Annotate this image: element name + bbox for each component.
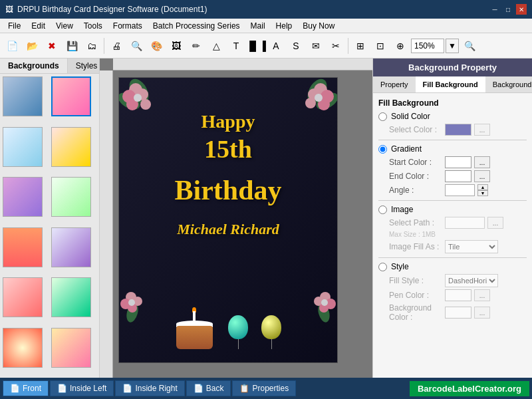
angle-row: Angle : 359 ▲ ▼ xyxy=(378,184,527,196)
color-button[interactable]: 🎨 xyxy=(147,37,166,55)
barcode-button[interactable]: ▐▌▐ xyxy=(247,37,265,55)
tab-background-effects[interactable]: Background Effects xyxy=(485,76,532,92)
save-all-button[interactable]: 🗂 xyxy=(82,37,101,55)
birthday-cake xyxy=(175,316,215,349)
tab-properties[interactable]: 📋 Properties xyxy=(232,380,296,396)
tab-property[interactable]: Property xyxy=(373,76,416,92)
pen-color-browse[interactable]: ... xyxy=(474,289,490,301)
fill-style-select[interactable]: DashedHorizontal xyxy=(445,274,498,287)
bg-thumbnail-1[interactable] xyxy=(3,76,43,116)
toolbar: 📄 📂 ✖ 💾 🗂 🖨 🔍 🎨 🖼 ✏ △ T ▐▌▐ A S ✉ ✂ ⊞ ⊡ … xyxy=(0,33,532,59)
new-button[interactable]: 📄 xyxy=(3,37,21,55)
bg-thumbnail-5[interactable] xyxy=(3,177,43,217)
menu-file[interactable]: File xyxy=(3,20,26,32)
path-input[interactable] xyxy=(445,217,485,229)
maximize-button[interactable]: □ xyxy=(503,4,513,15)
solid-color-browse[interactable]: ... xyxy=(474,124,490,136)
zoom-fit-button[interactable]: ⊡ xyxy=(371,37,390,55)
svg-point-27 xyxy=(321,299,328,306)
right-panel: Background Property Property Fill Backgr… xyxy=(372,59,532,378)
print-button[interactable]: 🖨 xyxy=(107,37,126,55)
card-canvas[interactable]: Happy 15th Birthday Michael Richard xyxy=(118,77,338,363)
label-button[interactable]: A xyxy=(267,37,285,55)
bg-thumbnail-3[interactable] xyxy=(3,127,43,167)
pen-color-row: Pen Color : ... xyxy=(378,289,527,301)
tab-backgrounds[interactable]: Backgrounds xyxy=(0,59,68,73)
solid-color-preview[interactable] xyxy=(445,124,471,136)
menu-help[interactable]: Help xyxy=(271,20,298,32)
radio-image[interactable] xyxy=(378,205,387,214)
card-background: Happy 15th Birthday Michael Richard xyxy=(119,78,337,362)
angle-up-button[interactable]: ▲ xyxy=(477,184,488,190)
select-path-label: Select Path : xyxy=(389,218,442,227)
open-button[interactable]: 📂 xyxy=(23,37,41,55)
save-button[interactable]: 💾 xyxy=(63,37,81,55)
bg-color-browse[interactable]: ... xyxy=(474,307,490,319)
print-preview-button[interactable]: 🔍 xyxy=(127,37,146,55)
grid-button[interactable]: ⊞ xyxy=(351,37,370,55)
tab-inside-right[interactable]: 📄 Inside Right xyxy=(115,380,184,396)
start-color-label: Start Color : xyxy=(389,158,442,167)
bg-thumbnail-11[interactable] xyxy=(3,328,43,368)
balloon-teal-string xyxy=(238,339,239,349)
minimize-button[interactable]: ─ xyxy=(489,4,500,15)
zoom-in-button[interactable]: ⊕ xyxy=(391,37,410,55)
menu-formats[interactable]: Formats xyxy=(108,20,148,32)
close-button[interactable]: ✕ xyxy=(516,4,527,15)
end-color-browse[interactable]: ... xyxy=(474,170,490,182)
angle-input[interactable]: 359 xyxy=(445,184,475,196)
radio-gradient[interactable] xyxy=(378,145,387,154)
start-color-preview[interactable] xyxy=(445,156,471,168)
zoom-dropdown-button[interactable]: ▼ xyxy=(446,39,459,53)
card-text-birthday: Birthday xyxy=(174,174,281,206)
bg-thumbnail-4[interactable] xyxy=(51,127,91,167)
menu-tools[interactable]: Tools xyxy=(78,20,108,32)
delete-button[interactable]: ✖ xyxy=(43,37,61,55)
image-button[interactable]: 🖼 xyxy=(167,37,186,55)
bg-thumbnail-8[interactable] xyxy=(51,227,91,267)
tab-back[interactable]: 📄 Back xyxy=(186,380,231,396)
pen-button[interactable]: ✏ xyxy=(187,37,205,55)
bg-thumbnail-6[interactable] xyxy=(51,177,91,217)
tab-inside-left[interactable]: 📄 Inside Left xyxy=(50,380,114,396)
text-button[interactable]: T xyxy=(227,37,245,55)
image-fill-as-label: Image Fill As : xyxy=(389,242,442,251)
sep2 xyxy=(348,38,348,54)
titlebar-controls: ─ □ ✕ xyxy=(489,4,527,15)
bg-thumbnail-10[interactable] xyxy=(51,277,91,317)
scissors-button[interactable]: ✂ xyxy=(327,37,345,55)
menu-edit[interactable]: Edit xyxy=(26,20,51,32)
radio-style[interactable] xyxy=(378,263,387,271)
properties-icon: 📋 xyxy=(239,384,249,393)
menu-buynow[interactable]: Buy Now xyxy=(297,20,340,32)
fill-style-label: Fill Style : xyxy=(389,276,442,285)
start-color-browse[interactable]: ... xyxy=(474,156,490,168)
radio-solid-color[interactable] xyxy=(378,112,387,121)
bg-thumbnail-12[interactable] xyxy=(51,328,91,368)
tab-front[interactable]: 📄 Front xyxy=(3,380,49,396)
menu-batch[interactable]: Batch Processing Series xyxy=(148,20,245,32)
bg-thumbnail-9[interactable] xyxy=(3,277,43,317)
tab-fill-background[interactable]: Fill Background xyxy=(416,76,485,92)
bg-color-preview[interactable] xyxy=(445,307,471,319)
zoom-input[interactable]: 150% xyxy=(411,39,444,53)
max-size-label: Max Size : 1MB xyxy=(378,231,527,238)
mail-button[interactable]: ✉ xyxy=(307,37,325,55)
menu-mail[interactable]: Mail xyxy=(245,20,271,32)
balloon-teal-group xyxy=(228,315,248,349)
zoom-out-button[interactable]: 🔍 xyxy=(460,37,479,55)
flower-top-right xyxy=(284,78,337,131)
bg-thumbnail-2[interactable] xyxy=(51,76,91,116)
menu-view[interactable]: View xyxy=(51,20,78,32)
angle-down-button[interactable]: ▼ xyxy=(477,190,488,196)
path-browse-button[interactable]: ... xyxy=(487,217,503,229)
card-button[interactable]: S xyxy=(287,37,305,55)
pen-color-preview[interactable] xyxy=(445,289,471,301)
bg-thumbnail-7[interactable] xyxy=(3,227,43,267)
right-panel-content: Fill Background Solid Color Select Color… xyxy=(373,93,532,378)
right-panel-title: Background Property xyxy=(373,59,532,76)
end-color-preview[interactable] xyxy=(445,170,471,182)
image-fill-select[interactable]: Tile xyxy=(445,240,498,253)
shape-button[interactable]: △ xyxy=(207,37,225,55)
ruler-top xyxy=(113,59,372,70)
